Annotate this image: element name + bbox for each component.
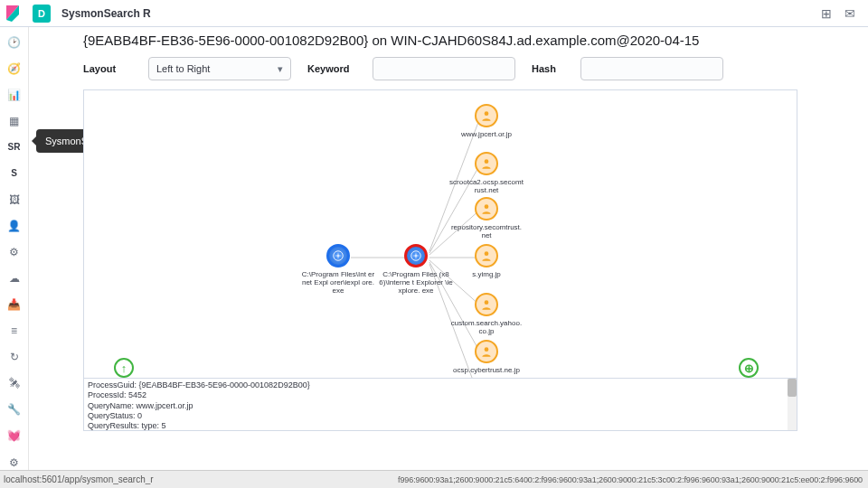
chevron-down-icon: ▾ [278,63,283,75]
nav-ml-icon[interactable]: ⚙ [6,245,23,260]
nav-canvas-icon[interactable]: 🖼 [6,192,23,207]
graph-area[interactable]: C:\Program Files\Int ernet Expl orer\iex… [84,90,797,378]
nav-apm-icon[interactable]: ≡ [6,324,23,339]
graph-panel: C:\Program Files\Int ernet Expl orer\iex… [83,89,797,431]
nav-dashboard-icon[interactable]: ▦ [6,113,23,128]
svg-point-10 [485,111,489,116]
svg-point-13 [485,251,489,256]
process-node[interactable] [326,244,350,267]
svg-point-12 [485,204,489,209]
nav-s[interactable]: S [6,165,23,181]
layout-label: Layout [83,63,132,74]
process-node-label: C:\Program Files\Int ernet Expl orer\iex… [301,270,375,296]
svg-point-15 [485,347,489,352]
host-node-label: custom.search.yahoo.co.jp [449,319,524,335]
detail-line: ProcessGuid: {9EABB4BF-EB36-5E96-0000-00… [88,380,793,390]
status-url: localhost:5601/app/sysmon_search_r [0,474,154,484]
host-node[interactable] [475,340,498,363]
page-title: {9EABB4BF-EB36-5E96-0000-001082D92B00} o… [29,27,868,48]
detail-line: QueryResults: type: 5 [88,421,793,430]
pan-up-button[interactable]: ↑ [114,358,134,378]
host-node-label: scrootca2.ocsp.secomtrust.net [449,178,524,194]
keyword-label: Keyword [307,63,356,74]
detail-line: QueryName: www.jpcert.or.jp [88,401,793,411]
nav-sr[interactable]: SR [6,139,23,155]
fit-button[interactable]: ⊕ [739,358,759,378]
nav-logs-icon[interactable]: 📥 [6,297,23,313]
scrollbar[interactable] [788,379,797,430]
nav-monitor-icon[interactable]: 💓 [6,428,23,444]
process-node-selected[interactable] [404,244,428,267]
nav-visualize-icon[interactable]: 📊 [6,87,23,102]
detail-line: QueryStatus: 0 [88,411,793,421]
host-node-label: ocsp.cybertrust.ne.jp [453,366,520,374]
keyword-input[interactable] [373,57,515,80]
side-nav: 🕑 🧭 📊 ▦ SR S 🖼 👤 ⚙ ☁ 📥 ≡ ↻ 🛰 🔧 💓 ⚙ [0,27,29,470]
nav-discover-icon[interactable]: 🧭 [6,61,23,76]
nav-recent-icon[interactable]: 🕑 [6,34,23,50]
host-node-label: www.jpcert.or.jp [461,130,512,138]
host-node[interactable] [475,152,498,175]
host-node[interactable] [475,197,498,221]
nav-maps-icon[interactable]: 👤 [6,218,23,233]
host-node-label: repository.secomtrust.net [449,223,524,239]
nav-siem-icon[interactable]: 🛰 [6,376,23,391]
status-bar: localhost:5601/app/sysmon_search_r f996:… [0,470,868,488]
svg-point-14 [485,300,489,305]
status-right: f996:9600:93a1;2600:9000:21c5:6400:2:f99… [398,475,868,484]
host-node-label: s.yimg.jp [472,270,501,278]
kibana-logo[interactable] [0,0,27,27]
host-node[interactable] [475,104,498,127]
svg-point-11 [485,159,489,164]
host-node[interactable] [475,293,498,316]
space-avatar[interactable]: D [33,5,51,23]
filter-bar: Layout Left to Right ▾ Keyword Hash [29,48,868,89]
layout-select[interactable]: Left to Right ▾ [148,57,291,80]
mail-icon[interactable]: ✉ [844,6,855,21]
app-name: SysmonSearch R [61,7,151,20]
layout-value: Left to Right [156,63,210,74]
process-node-label: C:\Program Files (x8 6)\Interne t Explor… [379,270,453,296]
hash-label: Hash [532,63,564,74]
grid-icon[interactable]: ⊞ [821,6,832,21]
nav-uptime-icon[interactable]: ↻ [6,350,23,365]
hash-input[interactable] [580,57,723,80]
nav-infra-icon[interactable]: ☁ [6,271,23,286]
detail-line: ProcessId: 5452 [88,390,793,400]
host-node[interactable] [475,244,498,267]
nav-management-icon[interactable]: ⚙ [6,455,23,470]
detail-pane: ProcessGuid: {9EABB4BF-EB36-5E96-0000-00… [84,378,797,430]
nav-devtools-icon[interactable]: 🔧 [6,402,23,418]
